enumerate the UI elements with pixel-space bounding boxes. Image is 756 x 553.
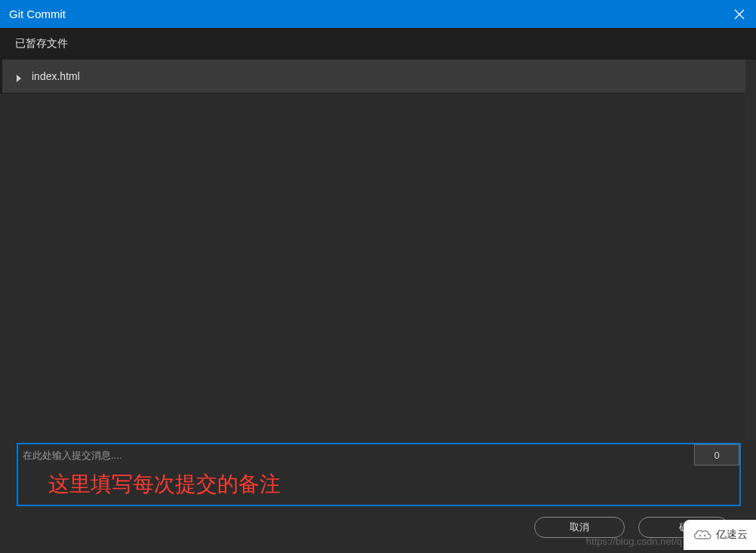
file-list: index.html — [0, 60, 756, 93]
chevron-right-icon — [15, 72, 23, 80]
file-name: index.html — [32, 70, 80, 82]
char-count-badge: 0 — [694, 444, 739, 465]
scrollbar-vertical[interactable] — [745, 60, 756, 444]
watermark-brand: 亿速云 — [716, 528, 748, 542]
close-button[interactable] — [722, 0, 756, 28]
svg-point-3 — [704, 535, 705, 536]
staged-files-label: 已暂存文件 — [15, 37, 68, 51]
file-row[interactable]: index.html — [2, 60, 751, 93]
titlebar: Git Commit — [0, 0, 756, 28]
staged-files-header: 已暂存文件 — [0, 28, 756, 60]
commit-panel: 0 这里填写每次提交的备注 取消 确 — [0, 440, 756, 553]
commit-input-container: 0 这里填写每次提交的备注 — [17, 443, 741, 506]
window-title: Git Commit — [9, 8, 66, 20]
cancel-button-label: 取消 — [570, 521, 589, 534]
commit-message-input[interactable] — [18, 444, 694, 467]
annotation-text: 这里填写每次提交的备注 — [18, 467, 739, 499]
watermark-logo: 亿速云 — [684, 520, 756, 550]
cloud-icon — [692, 528, 713, 542]
diff-area — [0, 94, 745, 440]
svg-point-2 — [699, 535, 701, 536]
close-icon — [734, 9, 745, 20]
cancel-button[interactable]: 取消 — [534, 517, 625, 538]
